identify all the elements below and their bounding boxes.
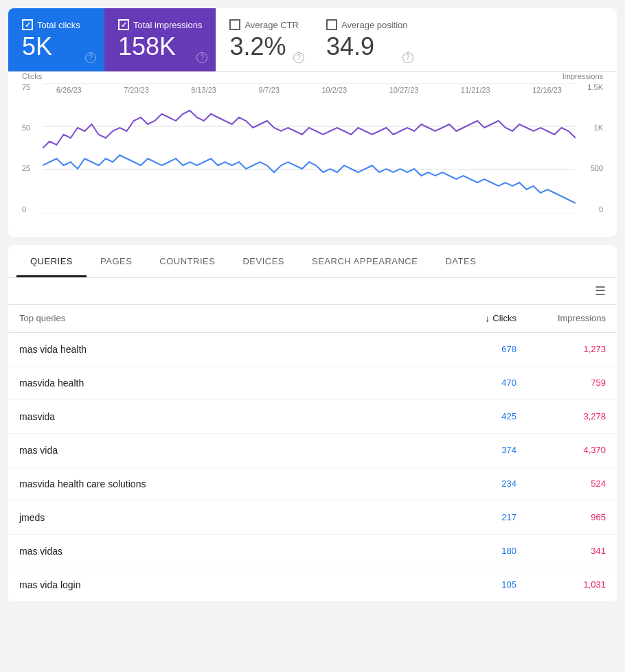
metric-label: Average CTR	[229, 19, 299, 30]
clicks-cell: 678	[427, 344, 516, 354]
tab-search-appearance[interactable]: SEARCH APPEARANCE	[298, 245, 431, 277]
clicks-cell: 470	[427, 378, 516, 388]
header-clicks[interactable]: ↓ Clicks	[427, 313, 516, 324]
question-icon: ?	[293, 52, 304, 63]
metric-value: 158K	[118, 33, 202, 60]
query-cell: mas vidas	[19, 546, 427, 557]
query-cell: mas vida	[19, 445, 427, 456]
question-icon: ?	[85, 52, 96, 63]
chart-right-axis: 1.5K 1K 500 0	[587, 83, 603, 213]
metric-card-average-ctr[interactable]: Average CTR 3.2% ?	[216, 8, 312, 71]
header-query: Top queries	[19, 313, 427, 324]
impressions-cell: 965	[516, 512, 606, 522]
tab-devices[interactable]: DEVICES	[229, 245, 298, 277]
chart-impressions-label: Impressions	[562, 72, 603, 80]
query-cell: mas vida health	[19, 344, 427, 355]
tab-countries[interactable]: COUNTRIES	[146, 245, 229, 277]
metric-checkbox	[118, 19, 129, 30]
chart-container: ImpressionsClicks 75 50 25 0 1.5K 1K 500…	[8, 72, 617, 237]
table-row[interactable]: mas vida health 678 1,273	[8, 333, 617, 367]
chart-left-axis: 75 50 25 0	[22, 83, 30, 213]
impressions-cell: 4,370	[516, 445, 606, 455]
clicks-cell: 234	[427, 478, 516, 489]
impressions-cell: 1,031	[516, 579, 606, 590]
table-header: Top queries ↓ Clicks Impressions	[8, 305, 617, 333]
metric-checkbox	[22, 19, 33, 30]
clicks-cell: 374	[427, 445, 516, 455]
table-row[interactable]: mas vidas 180 341	[8, 535, 617, 568]
table-row[interactable]: mas vida 374 4,370	[8, 434, 617, 467]
metric-checkbox	[326, 19, 337, 30]
table-row[interactable]: jmeds 217 965	[8, 501, 617, 535]
query-cell: mas vida login	[19, 579, 427, 590]
metric-value: 3.2%	[229, 33, 299, 60]
clicks-cell: 105	[427, 579, 516, 590]
metric-checkbox	[229, 19, 240, 30]
sort-arrow-icon: ↓	[485, 313, 490, 324]
bottom-section: QUERIESPAGESCOUNTRIESDEVICESSEARCH APPEA…	[8, 245, 617, 602]
query-cell: masvida	[19, 411, 427, 422]
metric-value: 34.9	[326, 33, 408, 60]
impressions-cell: 1,273	[516, 344, 606, 354]
metric-value: 5K	[22, 33, 91, 60]
metric-label: Total clicks	[22, 19, 91, 30]
impressions-cell: 524	[516, 478, 606, 489]
query-cell: jmeds	[19, 512, 427, 523]
query-cell: masvida health care solutions	[19, 478, 427, 489]
tab-pages[interactable]: PAGES	[87, 245, 146, 277]
table-body: mas vida health 678 1,273 masvida health…	[8, 333, 617, 602]
impressions-cell: 341	[516, 546, 606, 556]
clicks-cell: 425	[427, 411, 516, 421]
filter-icon[interactable]: ☰	[595, 283, 606, 299]
table-row[interactable]: mas vida login 105 1,031	[8, 568, 617, 602]
query-cell: masvida health	[19, 378, 427, 389]
clicks-cell: 217	[427, 512, 516, 522]
question-icon: ?	[196, 52, 207, 63]
metric-card-total-clicks[interactable]: Total clicks 5K ?	[8, 8, 104, 71]
question-icon: ?	[402, 52, 413, 63]
tabs-container: QUERIESPAGESCOUNTRIESDEVICESSEARCH APPEA…	[8, 245, 617, 278]
impressions-cell: 3,278	[516, 411, 606, 421]
top-metrics-section: Total clicks 5K ? Total impressions 158K…	[8, 8, 617, 237]
metric-label: Average position	[326, 19, 408, 30]
metric-card-average-position[interactable]: Average position 34.9 ?	[312, 8, 422, 71]
tab-queries[interactable]: QUERIES	[16, 245, 87, 277]
table-row[interactable]: masvida health care solutions 234 524	[8, 467, 617, 501]
impressions-cell: 759	[516, 378, 606, 388]
table-row[interactable]: masvida 425 3,278	[8, 400, 617, 434]
clicks-cell: 180	[427, 546, 516, 556]
tab-dates[interactable]: DATES	[431, 245, 490, 277]
metric-card-total-impressions[interactable]: Total impressions 158K ?	[104, 8, 216, 71]
metric-label: Total impressions	[118, 19, 202, 30]
filter-bar: ☰	[8, 278, 617, 305]
chart-svg-area	[43, 83, 576, 213]
table-row[interactable]: masvida health 470 759	[8, 367, 617, 400]
chart-clicks-label: Clicks	[22, 72, 42, 80]
header-impressions: Impressions	[516, 313, 606, 324]
metrics-bar: Total clicks 5K ? Total impressions 158K…	[8, 8, 617, 72]
table-container: Top queries ↓ Clicks Impressions mas vid…	[8, 305, 617, 602]
